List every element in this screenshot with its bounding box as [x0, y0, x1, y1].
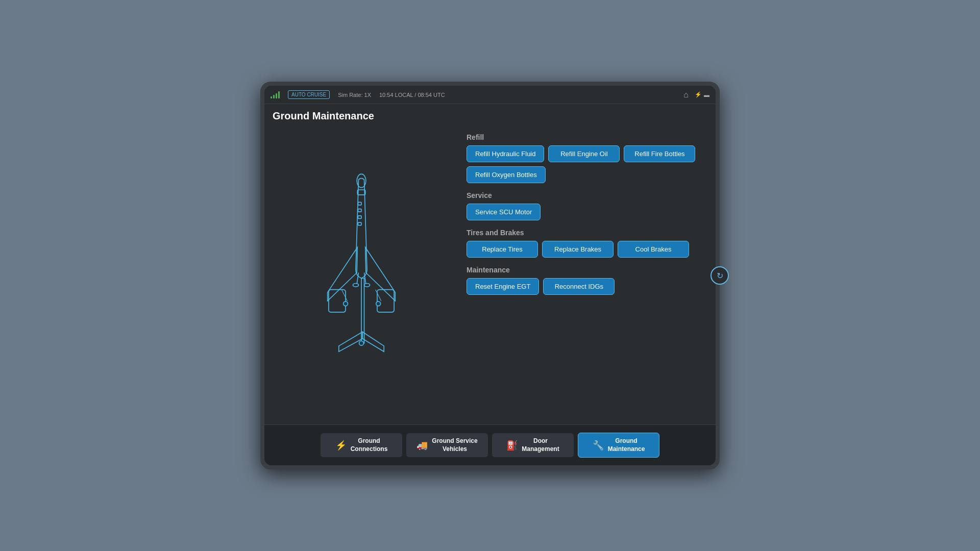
refill-hydraulic-fluid-button[interactable]: Refill Hydraulic Fluid — [467, 145, 544, 162]
service-scu-motor-button[interactable]: Service SCU Motor — [467, 204, 541, 220]
status-bar: AUTO CRUISE Sim Rate: 1X 10:54 LOCAL / 0… — [264, 86, 716, 104]
svg-rect-5 — [358, 215, 361, 218]
truck-icon: 🚚 — [416, 440, 428, 451]
maintenance-section-label: Maintenance — [467, 266, 707, 274]
airplane-panel — [264, 126, 458, 424]
refill-fire-bottles-button[interactable]: Refill Fire Bottles — [624, 145, 695, 162]
nav-ground-connections[interactable]: ⚡ GroundConnections — [321, 433, 402, 457]
time-text: 10:54 LOCAL / 08:54 UTC — [379, 92, 445, 98]
auto-cruise-badge: AUTO CRUISE — [288, 90, 330, 99]
maintenance-button-group: Reset Engine EGT Reconnect IDGs — [467, 278, 707, 295]
refill-engine-oil-button[interactable]: Refill Engine Oil — [548, 145, 620, 162]
nav-door-management[interactable]: ⛽ DoorManagement — [492, 433, 574, 457]
svg-rect-6 — [358, 222, 361, 226]
sim-rate-text: Sim Rate: 1X — [338, 92, 371, 98]
refresh-button[interactable]: ↻ — [710, 266, 729, 285]
ground-maintenance-label: GroundMaintenance — [608, 437, 645, 453]
fuel-icon: ⛽ — [506, 440, 518, 451]
reconnect-idgs-button[interactable]: Reconnect IDGs — [543, 278, 615, 295]
battery-area: ⚡ ▬ — [695, 91, 709, 98]
refresh-icon: ↻ — [717, 271, 723, 281]
controls-panel: Refill Refill Hydraulic Fluid Refill Eng… — [458, 126, 716, 424]
content-area: Ground Maintenance — [264, 104, 716, 424]
svg-rect-2 — [377, 289, 394, 312]
plug-icon: ⚡ — [335, 440, 347, 451]
lightning-icon: ⚡ — [695, 91, 702, 98]
status-right: ⌂ ⚡ ▬ — [683, 90, 709, 99]
wrench-icon: 🔧 — [593, 440, 604, 451]
battery-icon: ▬ — [704, 92, 709, 98]
tires-brakes-section-label: Tires and Brakes — [467, 229, 707, 237]
svg-point-10 — [344, 301, 348, 306]
nav-ground-maintenance[interactable]: 🔧 GroundMaintenance — [578, 433, 659, 458]
home-icon[interactable]: ⌂ — [683, 90, 689, 99]
page-title: Ground Maintenance — [264, 104, 716, 126]
tires-brakes-button-group: Replace Tires Replace Brakes Cool Brakes — [467, 241, 707, 258]
service-section-label: Service — [467, 191, 707, 199]
svg-rect-3 — [358, 202, 361, 205]
bottom-nav: ⚡ GroundConnections 🚚 Ground ServiceVehi… — [264, 424, 716, 465]
service-button-group: Service SCU Motor — [467, 204, 707, 220]
svg-line-9 — [376, 289, 381, 300]
svg-point-16 — [364, 283, 370, 287]
svg-point-15 — [353, 283, 358, 287]
svg-rect-4 — [358, 209, 361, 212]
svg-point-11 — [376, 301, 381, 306]
svg-point-12 — [359, 341, 364, 345]
ground-service-label: Ground ServiceVehicles — [432, 437, 477, 453]
nav-ground-service-vehicles[interactable]: 🚚 Ground ServiceVehicles — [406, 433, 488, 457]
reset-engine-egt-button[interactable]: Reset Engine EGT — [467, 278, 539, 295]
tablet-screen: AUTO CRUISE Sim Rate: 1X 10:54 LOCAL / 0… — [264, 86, 716, 465]
airplane-diagram — [280, 168, 443, 383]
main-body: Refill Refill Hydraulic Fluid Refill Eng… — [264, 126, 716, 424]
cool-brakes-button[interactable]: Cool Brakes — [618, 241, 689, 258]
refill-oxygen-bottles-button[interactable]: Refill Oxygen Bottles — [467, 166, 546, 183]
refill-button-group: Refill Hydraulic Fluid Refill Engine Oil… — [467, 145, 707, 183]
tablet-device: AUTO CRUISE Sim Rate: 1X 10:54 LOCAL / 0… — [260, 82, 720, 469]
replace-brakes-button[interactable]: Replace Brakes — [542, 241, 614, 258]
door-management-label: DoorManagement — [522, 437, 559, 453]
signal-icon — [271, 91, 280, 98]
refill-section-label: Refill — [467, 133, 707, 141]
ground-connections-label: GroundConnections — [351, 437, 388, 453]
replace-tires-button[interactable]: Replace Tires — [467, 241, 538, 258]
svg-line-8 — [341, 289, 347, 300]
